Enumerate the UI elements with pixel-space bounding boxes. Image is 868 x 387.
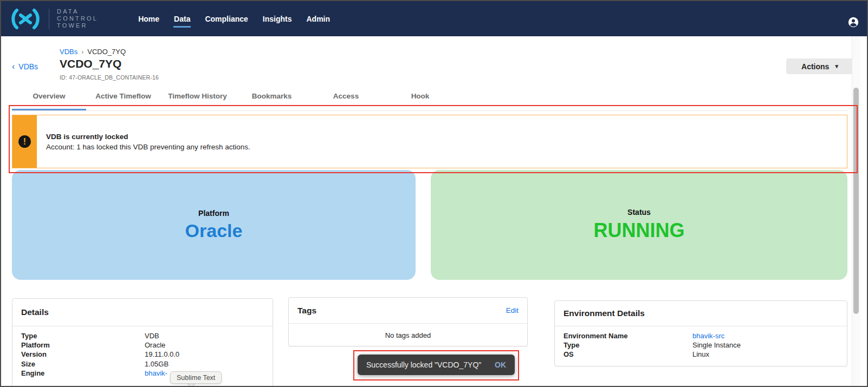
details-panel: Details Type VDB Platform Oracle Version… — [12, 298, 273, 387]
status-card: Status RUNNING — [431, 170, 847, 280]
platform-card-label: Platform — [198, 209, 229, 218]
tab-timeflow-history[interactable]: Timeflow History — [160, 92, 235, 100]
brand: DATA CONTROL TOWER — [1, 8, 98, 30]
detail-row-size: Size 1.05GB — [21, 359, 264, 369]
env-row-name: Environment Name bhavik-src — [563, 331, 838, 340]
details-panel-header: Details — [12, 299, 273, 326]
tags-empty-text: No tags added — [289, 324, 527, 346]
success-toast: Successfully locked "VCDO_7YQ" OK — [358, 355, 515, 375]
nav-item-insights[interactable]: Insights — [263, 15, 292, 23]
tab-bookmarks[interactable]: Bookmarks — [235, 92, 309, 100]
platform-card: Platform Oracle — [12, 170, 416, 280]
environment-name-link[interactable]: bhavik-src — [692, 331, 724, 340]
main-nav: Home Data Compliance Insights Admin — [138, 15, 330, 23]
brand-line: CONTROL — [57, 15, 98, 22]
tab-overview[interactable]: Overview — [12, 92, 86, 100]
active-tab-indicator — [12, 109, 86, 110]
status-card-label: Status — [627, 208, 651, 217]
tags-edit-link[interactable]: Edit — [506, 306, 519, 314]
brand-line: DATA — [57, 8, 98, 15]
chevron-right-icon: › — [81, 48, 83, 56]
os-tooltip: Sublime Text — [170, 371, 222, 384]
nav-item-data[interactable]: Data — [174, 15, 190, 23]
alert-accent-strip: ! — [12, 115, 37, 168]
breadcrumb: VDBs › VCDO_7YQ — [60, 48, 126, 56]
warning-icon: ! — [18, 135, 31, 148]
breadcrumb-current: VCDO_7YQ — [87, 48, 126, 56]
tags-panel: Tags Edit No tags added — [288, 297, 528, 346]
brand-line: TOWER — [57, 22, 98, 29]
page-id-label: ID: 47-ORACLE_DB_CONTAINER-16 — [60, 74, 159, 81]
environment-panel-header: Environment Details — [555, 301, 847, 326]
back-to-vdbs-link[interactable]: ‹ VDBs — [12, 62, 38, 71]
brand-wordmark: DATA CONTROL TOWER — [57, 8, 98, 29]
alert-body: VDB is currently locked Account: 1 has l… — [37, 115, 250, 168]
nav-item-home[interactable]: Home — [138, 15, 159, 23]
toast-message: Successfully locked "VCDO_7YQ" — [366, 360, 481, 369]
nav-item-admin[interactable]: Admin — [306, 15, 330, 23]
locked-warning-banner: ! VDB is currently locked Account: 1 has… — [12, 115, 847, 168]
tags-panel-header: Tags Edit — [289, 298, 527, 324]
environment-details-panel: Environment Details Environment Name bha… — [554, 300, 847, 366]
details-panel-body: Type VDB Platform Oracle Version 19.11.0… — [12, 326, 273, 378]
status-badge: RUNNING — [594, 219, 685, 242]
engine-link[interactable]: bhavik- — [145, 369, 167, 378]
account-icon[interactable] — [847, 16, 859, 28]
nav-item-compliance[interactable]: Compliance — [205, 15, 248, 23]
env-row-os: OS Linux — [563, 350, 838, 359]
tabs-divider — [12, 110, 847, 111]
detail-row-type: Type VDB — [21, 331, 264, 340]
environment-panel-title: Environment Details — [563, 309, 645, 318]
toast-ok-button[interactable]: OK — [495, 360, 506, 369]
tags-panel-title: Tags — [297, 306, 316, 316]
brand-divider — [49, 9, 49, 29]
detail-row-engine: Engine bhavik- — [21, 369, 264, 378]
tab-active-timeflow[interactable]: Active Timeflow — [86, 92, 160, 100]
env-row-type: Type Single Instance — [563, 340, 838, 350]
actions-button[interactable]: Actions ▾ — [786, 58, 853, 74]
page-title: VCDO_7YQ — [60, 57, 121, 70]
details-panel-title: Details — [21, 307, 49, 317]
alert-message: Account: 1 has locked this VDB preventin… — [46, 143, 250, 151]
chevron-down-icon: ▾ — [835, 63, 838, 70]
top-navbar: DATA CONTROL TOWER Home Data Compliance … — [1, 1, 867, 36]
dct-logo-icon — [10, 8, 41, 30]
vertical-scrollbar-thumb[interactable] — [853, 88, 859, 314]
back-link-label: VDBs — [18, 62, 38, 71]
breadcrumb-vdbs[interactable]: VDBs — [60, 48, 77, 56]
actions-button-label: Actions — [801, 62, 829, 71]
tab-access[interactable]: Access — [309, 92, 383, 100]
vertical-scrollbar-track[interactable] — [852, 36, 860, 387]
tab-bar: Overview Active Timeflow Timeflow Histor… — [12, 92, 457, 100]
environment-panel-body: Environment Name bhavik-src Type Single … — [555, 326, 847, 359]
chevron-left-icon: ‹ — [12, 63, 15, 70]
alert-title: VDB is currently locked — [46, 133, 250, 141]
app-window: DATA CONTROL TOWER Home Data Compliance … — [0, 0, 868, 387]
platform-card-value: Oracle — [185, 220, 243, 241]
tab-hook[interactable]: Hook — [383, 92, 457, 100]
detail-row-platform: Platform Oracle — [21, 340, 264, 350]
detail-row-version: Version 19.11.0.0.0 — [21, 350, 264, 359]
